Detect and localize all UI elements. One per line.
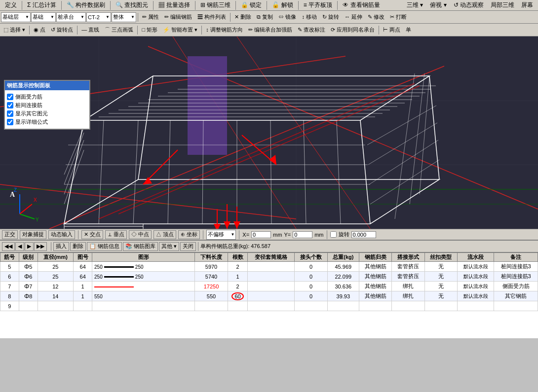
table-row[interactable]: 6 Φ6 25 64 250 250 5740 1 0 22.099 其他钢筋 … xyxy=(0,272,538,282)
btn-nav-next[interactable]: ▶ xyxy=(25,242,34,251)
menu-orbit[interactable]: ↺ 动态观察 xyxy=(451,0,487,10)
table-row[interactable]: 9 xyxy=(0,301,538,311)
btn-vertex[interactable]: △ 顶点 xyxy=(154,230,176,239)
cell-category: 其他钢筋 xyxy=(359,282,391,291)
btn-select[interactable]: ⬚ 选择 ▾ xyxy=(1,25,28,36)
menu-align[interactable]: ≡ 平齐板顶 xyxy=(301,0,335,10)
btn-property[interactable]: ✏ 属性 xyxy=(140,12,161,23)
cell-joints: 0 xyxy=(295,262,327,272)
btn-twopoint[interactable]: ⊢ 两点 xyxy=(381,25,403,36)
menu-batch[interactable]: ▦ 批量选择 xyxy=(155,0,192,10)
cb-side-rebar[interactable] xyxy=(7,94,13,100)
btn-intersect[interactable]: ✕ 交点 xyxy=(81,230,103,239)
dropdown-ct2[interactable]: CT-2 ▼ xyxy=(86,12,111,22)
menu-define[interactable]: 定义 xyxy=(2,0,20,10)
table-row[interactable]: 8 Φ8 14 1 550 550 60 0 39.93 其他钢筋 绑扎 无 默… xyxy=(0,291,538,301)
cell-cutlen xyxy=(195,301,228,311)
btn-rebar-info[interactable]: 📋 钢筋信息 xyxy=(87,242,122,251)
menu-lock[interactable]: 🔒 锁定 xyxy=(238,0,265,10)
btn-copy[interactable]: ⧉ 复制 xyxy=(254,12,275,23)
btn-apply-same[interactable]: ⟳ 应用到同名承台 xyxy=(328,25,377,36)
btn-insert-row[interactable]: 插入 xyxy=(53,242,69,251)
btn-line[interactable]: ― 直线 xyxy=(79,25,102,36)
rsep1 xyxy=(51,242,51,251)
table-row[interactable]: 7 Φ7 12 1 17250 2 0 30.636 其他钢筋 绑扎 无 默认流… xyxy=(0,282,538,291)
dropdown-pilecap[interactable]: 桩承台 ▼ xyxy=(56,12,86,22)
cell-level: Φ7 xyxy=(19,282,38,291)
coord-y-label: Y= xyxy=(284,232,291,238)
cell-dia: 25 xyxy=(38,262,74,272)
btn-modify[interactable]: ✎ 修改 xyxy=(365,12,387,23)
menu-find[interactable]: 🔍 查找图元 xyxy=(113,0,151,10)
menu-refresh[interactable]: 🔧 构件数据刷 xyxy=(64,0,108,10)
cell-dia: 12 xyxy=(38,282,74,291)
btn-move[interactable]: ↕ 移动 xyxy=(299,12,319,23)
cell-remark: 其它钢筋 xyxy=(494,291,538,301)
menu-calc[interactable]: Σ 汇总计算 xyxy=(24,0,59,10)
coord-unit-2: mm xyxy=(314,232,323,238)
btn-single[interactable]: 单 xyxy=(403,25,414,36)
btn-nav-prev[interactable]: ◀ xyxy=(15,242,24,251)
menu-view-rebar[interactable]: 👁 查看钢筋量 xyxy=(340,0,383,10)
cell-level: Φ5 xyxy=(19,262,38,272)
btn-rotatepoint[interactable]: ↺ 旋转点 xyxy=(48,25,76,36)
th-joints: 接头个数 xyxy=(295,253,327,262)
btn-extend[interactable]: ↔ 延伸 xyxy=(342,12,365,23)
btn-rotate[interactable]: ↻ 旋转 xyxy=(320,12,342,23)
dropdown-offset[interactable]: 不偏移 ▼ xyxy=(206,230,236,240)
btn-point[interactable]: ◉ 点 xyxy=(31,25,48,36)
btn-midpoint[interactable]: ◇ 中点 xyxy=(129,230,152,239)
cell-id: 5 xyxy=(0,262,19,272)
table-row[interactable]: 5 Φ5 25 64 250 250 5970 2 0 45.969 其他钢筋 … xyxy=(0,262,538,272)
right-tools: 三维 ▾ 俯视 ▾ ↺ 动态观察 局部三维 屏幕 xyxy=(404,0,536,10)
menu-3d[interactable]: 三维 ▾ xyxy=(404,0,426,10)
svg-text:X: X xyxy=(34,197,37,203)
btn-coord[interactable]: ⊕ 坐标 xyxy=(178,230,200,239)
tsep4 xyxy=(77,26,77,35)
btn-nav-last[interactable]: ▶▶ xyxy=(34,242,47,251)
dropdown-base[interactable]: 基础 ▼ xyxy=(31,12,56,22)
btn-close[interactable]: 关闭 xyxy=(180,242,196,251)
btn-break[interactable]: ✂ 打断 xyxy=(387,12,409,23)
btn-nav-first[interactable]: ◀◀ xyxy=(2,242,15,251)
btn-delete[interactable]: ✕ 删除 xyxy=(232,12,254,23)
menu-rebar3d[interactable]: ⊞ 钢筋三维 xyxy=(197,0,233,10)
btn-delete-row[interactable]: 删除 xyxy=(70,242,86,251)
menu-unlock[interactable]: 🔓 解锁 xyxy=(269,0,296,10)
btn-smart[interactable]: ⚡ 智能布置 ▾ xyxy=(160,25,200,36)
cell-figno: 64 xyxy=(74,272,92,282)
btn-edit-rebar[interactable]: ✏ 编辑钢筋 xyxy=(162,12,194,23)
cell-thread: 无 xyxy=(424,282,457,291)
menu-partial3d[interactable]: 局部三维 xyxy=(488,0,517,10)
th-thread: 丝扣类型 xyxy=(424,253,457,262)
btn-edit-cap[interactable]: ✏ 编辑承台加强筋 xyxy=(246,25,295,36)
rebar-table-container[interactable]: 筋号 级别 直径(mm) 图号 图形 下料长度 根数 变径套筒规格 接头个数 总… xyxy=(0,252,538,338)
cell-joints: 0 xyxy=(295,291,327,301)
btn-adj-dir[interactable]: ↕ 调整钢筋方向 xyxy=(203,25,245,36)
dropdown-layer[interactable]: 基础层 ▼ xyxy=(1,12,31,22)
btn-member-list[interactable]: ☰ 构件列表 xyxy=(195,12,229,23)
btn-ortho[interactable]: 正交 xyxy=(2,230,18,239)
menu-topview[interactable]: 俯视 ▾ xyxy=(427,0,449,10)
cb-show-formula[interactable] xyxy=(7,119,13,125)
btn-perpend[interactable]: ⊥ 垂点 xyxy=(105,230,127,239)
menu-screen[interactable]: 屏幕 xyxy=(518,0,536,10)
btn-check-mark[interactable]: ✎ 查改标注 xyxy=(295,25,328,36)
cb-rotation[interactable] xyxy=(330,231,337,238)
btn-snap[interactable]: 对象捕捉 xyxy=(20,230,46,239)
svg-text:Y: Y xyxy=(36,217,39,222)
btn-dynin[interactable]: 动态输入 xyxy=(48,230,75,239)
btn-rect[interactable]: □ 矩形 xyxy=(139,25,160,36)
tsep1 xyxy=(138,13,138,22)
cell-splice: 绑扎 xyxy=(392,282,424,291)
btn-arc[interactable]: ⌒ 三点画弧 xyxy=(102,25,136,36)
dropdown-whole[interactable]: 整体 ▼ xyxy=(112,12,136,22)
cell-dia: 14 xyxy=(38,291,74,301)
cell-count: 2 xyxy=(228,282,248,291)
btn-rebar-lib[interactable]: 📚 钢筋图库 xyxy=(123,242,158,251)
cb-show-other[interactable] xyxy=(7,110,13,117)
btn-mirror[interactable]: ⇔ 镜像 xyxy=(276,12,299,23)
cb-pile-rebar[interactable] xyxy=(7,102,13,108)
btn-other[interactable]: 其他 ▾ xyxy=(159,242,179,251)
cell-flow: 默认流水段 xyxy=(457,291,494,301)
